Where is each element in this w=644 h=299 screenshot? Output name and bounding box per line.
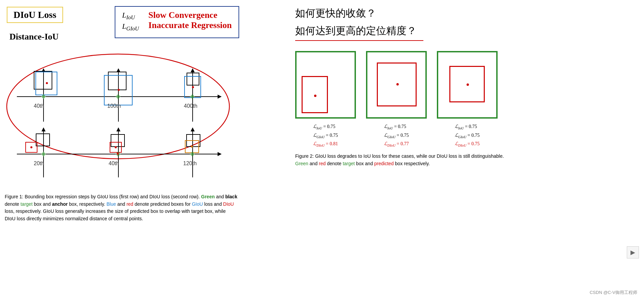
dot-r2c1	[30, 146, 32, 148]
figure1-caption: Figure 1: Bounding box regression steps …	[5, 193, 237, 223]
fig2-dot-3	[467, 83, 469, 86]
step-label-r2-120th: 120th	[183, 160, 197, 167]
fig2-math-1: ℒIoU = 0.75 ℒGIoU = 0.75 ℒDIoU = 0.81	[313, 123, 338, 149]
step-label-r1-400th: 400th	[184, 103, 197, 109]
fig2-math-3: ℒIoU = 0.75 ℒGIoU = 0.75 ℒDIoU = 0.75	[455, 123, 479, 149]
l-giou-label: LGIoU	[122, 21, 139, 32]
inaccurate-regression-text: Inaccurate Regression	[148, 20, 232, 30]
watermark: CSDN @C-V御用工程师	[590, 290, 637, 296]
fig2-outer-box-3	[437, 51, 498, 119]
step-label-r2-40th: 40th	[109, 160, 119, 167]
fig2-outer-box-2	[366, 51, 427, 119]
chinese-title-line1: 如何更快的收敛？	[295, 5, 633, 21]
l-iou-label: LIoU	[122, 10, 139, 21]
fig2-math-2: ℒIoU = 0.75 ℒGIoU = 0.75 ℒDIoU = 0.77	[384, 123, 409, 149]
dot-r1c2	[118, 89, 120, 91]
fig2-container: ℒIoU = 0.75 ℒGIoU = 0.75 ℒDIoU = 0.81 ℒI…	[295, 51, 633, 149]
chinese-underline	[295, 40, 423, 41]
fig2-inner-box-1	[302, 76, 328, 113]
target-box-r2c1	[36, 133, 50, 146]
step-label-r1-40th: 40th	[34, 103, 44, 109]
fig2-item-2: ℒIoU = 0.75 ℒGIoU = 0.75 ℒDIoU = 0.77	[366, 51, 427, 149]
slow-convergence-text: Slow Convergence	[148, 10, 232, 20]
fig2-inner-box-2	[377, 63, 417, 106]
nav-arrow[interactable]: ▶	[627, 246, 639, 258]
dot-r2c2	[115, 146, 117, 148]
dot-r2c2b	[117, 153, 119, 155]
fig2-outer-box-1	[295, 51, 356, 119]
fig2-item-3: ℒIoU = 0.75 ℒGIoU = 0.75 ℒDIoU = 0.75	[437, 51, 498, 149]
step-label-r2-20th: 20th	[34, 160, 44, 167]
diou-loss-title: DIoU Loss	[7, 7, 63, 23]
chinese-title-line2: 如何达到更高的定位精度？	[295, 23, 633, 39]
step-label-r1-100th: 100th	[107, 103, 121, 109]
dot-r2c3	[191, 146, 193, 148]
fig2-inner-box-3	[449, 66, 485, 102]
dot-r1c1	[46, 82, 48, 84]
annotation-box: LIoU LGIoU Slow Convergence Inaccurate R…	[115, 6, 239, 38]
right-panel: 如何更快的收敛？ 如何达到更高的定位精度？ ℒIoU = 0.75 ℒGIoU …	[295, 5, 633, 167]
figure2-caption: Figure 2: GIoU loss degrades to IoU loss…	[295, 153, 511, 167]
dot-r1c3	[192, 86, 194, 88]
fig2-dot-1	[314, 95, 316, 97]
distance-iou-label: Distance-IoU	[9, 32, 59, 42]
fig2-dot-2	[396, 83, 399, 85]
fig2-item-1: ℒIoU = 0.75 ℒGIoU = 0.75 ℒDIoU = 0.81	[295, 51, 356, 149]
